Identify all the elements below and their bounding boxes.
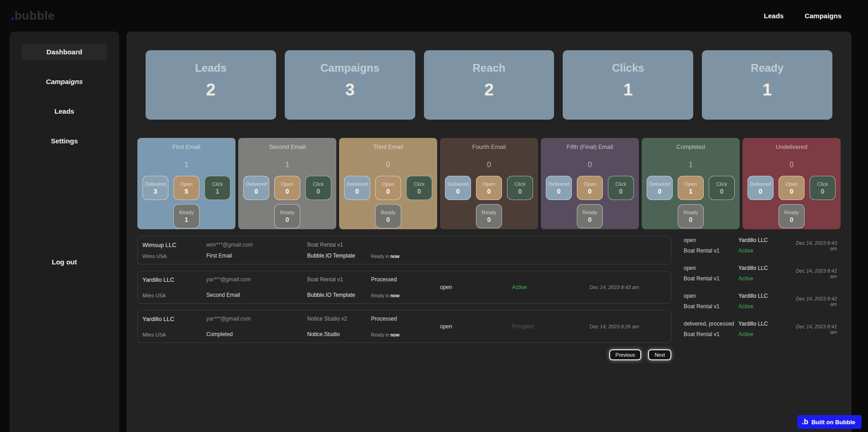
ready-badge-row: Ready 0 bbox=[238, 204, 336, 228]
nav-link-campaigns[interactable]: Campaigns bbox=[805, 12, 842, 20]
ready-badge-row: Ready 0 bbox=[339, 204, 437, 228]
lead-date-cell: Dec 14, 2023 8:26 am bbox=[590, 316, 666, 337]
stat-value: 1 bbox=[702, 80, 832, 100]
lead-identity-cell: Yardillo LLC Miles USA bbox=[142, 276, 206, 298]
activity-status: Active bbox=[738, 275, 791, 282]
built-on-bubble-label: Built on Bubble bbox=[811, 419, 855, 426]
bubble-logo: .bubble bbox=[11, 9, 55, 23]
lead-lifecycle: Prospect bbox=[512, 323, 590, 330]
ready-badge-label: Ready bbox=[684, 210, 698, 215]
activity-event-col: open Boat Rental v1 bbox=[684, 237, 738, 254]
lead-open-cell: open bbox=[440, 316, 512, 337]
ready-value: now bbox=[390, 254, 399, 259]
built-on-bubble-badge[interactable]: .b Built on Bubble bbox=[797, 415, 862, 429]
ready-badge-row: Ready 1 bbox=[137, 204, 235, 228]
delivered-badge-label: Delivered bbox=[750, 181, 771, 187]
click-badge: Click 0 bbox=[507, 176, 533, 200]
stat-value: 2 bbox=[424, 80, 554, 100]
lead-lifecycle-cell: Prospect bbox=[512, 316, 590, 337]
lead-stage: Completed bbox=[206, 331, 307, 337]
activity-campaign: Boat Rental v1 bbox=[684, 248, 738, 254]
click-badge-label: Click bbox=[716, 181, 727, 187]
activity-date: Dec 14, 2023 8:42 am bbox=[791, 296, 841, 307]
previous-button[interactable]: Previous bbox=[609, 349, 642, 360]
stat-card-leads: Leads 2 bbox=[146, 50, 276, 120]
lead-status-cell: Processed Ready in now bbox=[371, 316, 440, 337]
lead-template: Bubble.IO Template bbox=[307, 292, 371, 298]
lead-process-status: Processed bbox=[371, 276, 440, 283]
delivered-badge-value: 0 bbox=[255, 188, 258, 195]
bottom-section: Wimsup LLC Wims USA wim***@gmail.com Fir… bbox=[137, 236, 841, 360]
pagination: Previous Next bbox=[137, 349, 671, 360]
lead-email-cell: yar***@gmail.com Second Email bbox=[206, 276, 307, 298]
delivered-badge: Delivered 0 bbox=[243, 176, 269, 200]
lead-stage: Second Email bbox=[206, 292, 307, 298]
activity-company-col: Yardillo LLC Active bbox=[738, 321, 791, 337]
lead-date: Dec 14, 2023 8:26 am bbox=[590, 324, 666, 329]
lead-process-status bbox=[371, 242, 440, 248]
delivered-badge: Delivered 3 bbox=[142, 176, 168, 200]
activity-event-col: open Boat Rental v1 bbox=[684, 265, 738, 282]
stage-badges: Delivered 0 Open 0 Click 0 bbox=[541, 176, 639, 200]
sidebar-item-leads[interactable]: Leads bbox=[21, 104, 107, 119]
ready-badge-value: 0 bbox=[689, 216, 693, 223]
activity-event-col: delivered, processed Boat Rental v1 bbox=[684, 321, 738, 337]
ready-prefix: Ready in bbox=[371, 293, 389, 298]
next-button[interactable]: Next bbox=[648, 349, 671, 360]
lead-row[interactable]: Wimsup LLC Wims USA wim***@gmail.com Fir… bbox=[137, 236, 671, 264]
lead-row[interactable]: Yardillo LLC Miles USA yar***@gmail.com … bbox=[137, 271, 671, 304]
stage-badges: Delivered 0 Open 0 Click 0 bbox=[238, 176, 336, 200]
ready-badge-value: 0 bbox=[487, 216, 491, 223]
activity-company: Yardillo LLC bbox=[738, 321, 791, 327]
lead-lifecycle-cell: Active bbox=[512, 276, 590, 298]
delivered-badge: Delivered 0 bbox=[344, 176, 370, 200]
lead-campaign: Boat Rental v1 bbox=[307, 242, 371, 248]
sidebar: Dashboard Campaigns Leads Settings Log o… bbox=[10, 32, 119, 432]
open-badge-label: Open bbox=[685, 181, 697, 187]
lead-row[interactable]: Yardillo LLC Miles USA yar***@gmail.com … bbox=[137, 310, 671, 343]
lead-ready-line: Ready in now bbox=[371, 332, 440, 337]
sidebar-item-campaigns[interactable]: Campaigns bbox=[21, 74, 107, 90]
click-badge-label: Click bbox=[212, 181, 223, 187]
lead-lifecycle-cell bbox=[512, 242, 590, 259]
ready-prefix: Ready in bbox=[371, 332, 389, 337]
lead-status-cell: Processed Ready in now bbox=[371, 276, 440, 298]
activity-feed: open Boat Rental v1 Yardillo LLC Active … bbox=[671, 236, 841, 360]
click-badge: Click 1 bbox=[204, 176, 230, 200]
delivered-badge: Delivered 0 bbox=[546, 176, 572, 200]
open-badge: Open 5 bbox=[173, 176, 199, 200]
activity-company: Yardillo LLC bbox=[738, 265, 791, 271]
lead-ready-line: Ready in now bbox=[371, 293, 440, 298]
stage-count: 0 bbox=[440, 161, 538, 169]
click-badge-value: 1 bbox=[216, 188, 220, 195]
ready-badge-label: Ready bbox=[784, 210, 799, 215]
click-badge-label: Click bbox=[414, 181, 425, 187]
open-badge-value: 0 bbox=[588, 188, 592, 195]
sidebar-item-settings[interactable]: Settings bbox=[21, 133, 107, 149]
stat-label: Clicks bbox=[563, 62, 693, 74]
bubble-icon: .b bbox=[802, 418, 808, 426]
stage-card: Undelivered 0 Delivered 0 Open 0 Click 0 bbox=[743, 138, 841, 229]
open-badge-value: 5 bbox=[185, 188, 188, 195]
nav-link-leads[interactable]: Leads bbox=[764, 12, 784, 20]
bubble-logo-dot: . bbox=[11, 9, 15, 22]
stat-label: Ready bbox=[702, 62, 832, 74]
lead-campaign: Notice Studio v2 bbox=[307, 316, 371, 322]
activity-status: Active bbox=[738, 248, 791, 254]
activity-company-col: Yardillo LLC Active bbox=[738, 265, 791, 282]
open-badge: Open 0 bbox=[375, 176, 401, 200]
delivered-badge-value: 3 bbox=[154, 188, 157, 195]
open-badge-label: Open bbox=[281, 181, 293, 187]
sidebar-item-logout[interactable]: Log out bbox=[21, 254, 107, 270]
sidebar-item-dashboard[interactable]: Dashboard bbox=[21, 44, 107, 60]
click-badge: Click 0 bbox=[406, 176, 432, 200]
stage-title: Undelivered bbox=[743, 138, 841, 150]
ready-badge-label: Ready bbox=[482, 210, 497, 215]
activity-company-col: Yardillo LLC Active bbox=[738, 237, 791, 254]
activity-status: Active bbox=[738, 331, 791, 337]
delivered-badge-value: 0 bbox=[557, 188, 561, 195]
stats-row: Leads 2 Campaigns 3 Reach 2 Clicks 1 Rea… bbox=[137, 50, 841, 120]
lead-company: Yardillo LLC bbox=[142, 316, 206, 322]
delivered-badge-label: Delivered bbox=[346, 181, 367, 187]
stage-card: Third Email 0 Delivered 0 Open 0 Click 0 bbox=[339, 138, 437, 229]
